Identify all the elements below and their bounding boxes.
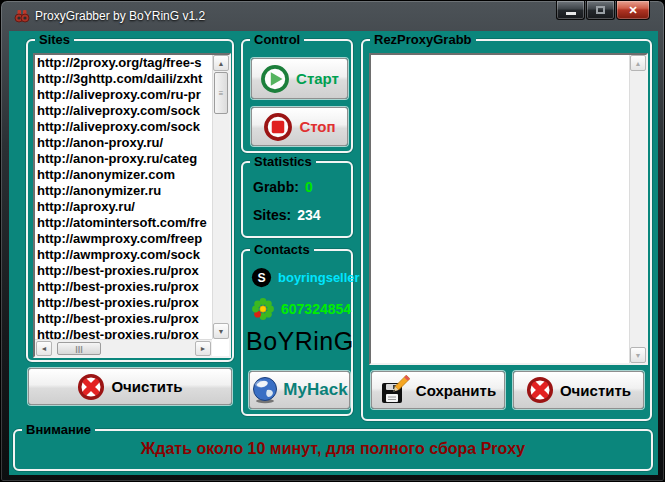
warning-group-label: Внимание bbox=[22, 422, 95, 437]
list-item[interactable]: http://3ghttp.com/daili/zxht bbox=[35, 71, 212, 87]
warning-text: Ждать около 10 минут, для полного сбора … bbox=[15, 440, 651, 458]
vertical-scroll-thumb[interactable]: ≡ bbox=[214, 72, 228, 114]
brand-text: BoYRinG bbox=[246, 327, 352, 356]
save-label: Сохранить bbox=[416, 382, 496, 399]
svg-text:S: S bbox=[257, 271, 265, 285]
globe-icon bbox=[251, 376, 279, 404]
list-item[interactable]: http://2proxy.org/tag/free-s bbox=[35, 55, 212, 71]
list-item[interactable]: http://anon-proxy.ru/categ bbox=[35, 151, 212, 167]
skype-contact-row: S boyringseller bbox=[251, 267, 360, 288]
sites-vertical-scrollbar[interactable]: ▲ ≡ ▼ bbox=[212, 55, 229, 339]
close-button[interactable]: ✕ bbox=[616, 1, 650, 20]
list-item[interactable]: http://awmproxy.com/sock bbox=[35, 247, 212, 263]
play-icon bbox=[260, 64, 290, 94]
grabb-value: 0 bbox=[305, 179, 313, 195]
sites-count-label: Sites: bbox=[253, 207, 291, 223]
myhack-label: MyHack bbox=[283, 380, 347, 400]
scroll-down-icon[interactable]: ▼ bbox=[630, 347, 646, 363]
clear-results-button[interactable]: Очистить bbox=[513, 371, 644, 409]
thumb-grip: ||| bbox=[75, 345, 83, 353]
grabb-stat-row: Grabb:0 bbox=[253, 179, 313, 195]
title-bar[interactable]: ProxyGrabber by BoYRinG v1.2 ✕ bbox=[1, 1, 664, 31]
list-item[interactable]: http://anonymizer.ru bbox=[35, 183, 212, 199]
scroll-left-icon[interactable]: ◄ bbox=[36, 341, 52, 356]
list-item[interactable]: http://anon-proxy.ru/ bbox=[35, 135, 212, 151]
start-label: Старт bbox=[296, 70, 339, 87]
window-controls: ✕ bbox=[556, 1, 650, 20]
rezproxygrabb-group: RezProxyGrabb ▲ ▼ bbox=[361, 39, 652, 421]
red-x-icon bbox=[526, 376, 554, 404]
stop-button[interactable]: Стоп bbox=[251, 107, 348, 146]
stop-icon bbox=[263, 112, 293, 142]
control-group-label: Control bbox=[250, 32, 304, 47]
list-item[interactable]: http://best-proxies.ru/prox bbox=[35, 311, 212, 327]
scroll-up-icon[interactable]: ▲ bbox=[213, 55, 229, 71]
list-item[interactable]: http://best-proxies.ru/prox bbox=[35, 327, 212, 339]
window-title: ProxyGrabber by BoYRinG v1.2 bbox=[35, 9, 205, 23]
list-item[interactable]: http://best-proxies.ru/prox bbox=[35, 279, 212, 295]
clear-results-label: Очистить bbox=[560, 382, 631, 399]
skype-name: boyringseller bbox=[278, 270, 360, 285]
maximize-icon bbox=[596, 6, 605, 14]
clear-sites-button[interactable]: Очистить bbox=[28, 368, 232, 405]
icq-contact-row: 607324854 bbox=[251, 297, 351, 321]
icq-flower-icon bbox=[251, 297, 275, 321]
save-button[interactable]: Сохранить bbox=[371, 371, 505, 409]
myhack-button[interactable]: MyHack bbox=[249, 371, 350, 409]
save-floppy-icon bbox=[380, 375, 410, 405]
minimize-icon bbox=[566, 12, 576, 15]
list-item[interactable]: http://anonymizer.com bbox=[35, 167, 212, 183]
sites-group: Sites http://2proxy.org/tag/free-s http:… bbox=[26, 39, 234, 362]
list-item[interactable]: http://awmproxy.com/freep bbox=[35, 231, 212, 247]
list-item[interactable]: http://aliveproxy.com/sock bbox=[35, 103, 212, 119]
list-item[interactable]: http://aliveproxy.com/sock bbox=[35, 119, 212, 135]
statistics-group-label: Statistics bbox=[250, 154, 316, 169]
sites-horizontal-scrollbar[interactable]: ◄ ||| ► bbox=[35, 339, 212, 356]
app-window: ProxyGrabber by BoYRinG v1.2 ✕ Sites htt… bbox=[0, 0, 665, 482]
close-icon: ✕ bbox=[628, 4, 637, 17]
clear-sites-label: Очистить bbox=[111, 378, 182, 395]
list-item[interactable]: http://best-proxies.ru/prox bbox=[35, 263, 212, 279]
scroll-up-icon[interactable]: ▲ bbox=[630, 55, 646, 71]
start-button[interactable]: Старт bbox=[251, 58, 348, 99]
sites-list: http://2proxy.org/tag/free-s http://3ght… bbox=[35, 55, 212, 339]
sites-group-label: Sites bbox=[35, 32, 74, 47]
maximize-button[interactable] bbox=[586, 1, 615, 20]
contacts-group: Contacts S boyringseller bbox=[241, 249, 353, 416]
warning-group: Внимание Ждать около 10 минут, для полно… bbox=[13, 429, 653, 471]
contacts-group-label: Contacts bbox=[250, 242, 314, 257]
list-item[interactable]: http://aproxy.ru/ bbox=[35, 199, 212, 215]
grabb-label: Grabb: bbox=[253, 179, 299, 195]
list-item[interactable]: http://best-proxies.ru/prox bbox=[35, 295, 212, 311]
client-area: Sites http://2proxy.org/tag/free-s http:… bbox=[9, 31, 658, 475]
skype-icon: S bbox=[251, 267, 272, 288]
stop-label: Стоп bbox=[299, 118, 335, 135]
red-x-icon bbox=[77, 373, 105, 401]
sites-count-value: 234 bbox=[297, 207, 320, 223]
sites-stat-row: Sites:234 bbox=[253, 207, 320, 223]
horizontal-scroll-thumb[interactable]: ||| bbox=[57, 342, 101, 355]
result-vertical-scrollbar[interactable]: ▲ ▼ bbox=[629, 55, 646, 363]
icq-number: 607324854 bbox=[281, 301, 351, 317]
list-item[interactable]: http://aliveproxy.com/ru-pr bbox=[35, 87, 212, 103]
scroll-right-icon[interactable]: ► bbox=[195, 341, 211, 356]
list-item[interactable]: http://atomintersoft.com/fre bbox=[35, 215, 212, 231]
minimize-button[interactable] bbox=[556, 1, 585, 20]
statistics-group: Statistics Grabb:0 Sites:234 bbox=[241, 161, 353, 238]
sites-listbox[interactable]: http://2proxy.org/tag/free-s http://3ght… bbox=[33, 53, 231, 358]
control-group: Control Старт Стоп bbox=[241, 39, 353, 153]
rezproxygrabb-group-label: RezProxyGrabb bbox=[370, 32, 476, 47]
result-textarea[interactable]: ▲ ▼ bbox=[369, 53, 648, 365]
scroll-down-icon[interactable]: ▼ bbox=[213, 323, 229, 339]
binoculars-app-icon bbox=[14, 8, 30, 24]
